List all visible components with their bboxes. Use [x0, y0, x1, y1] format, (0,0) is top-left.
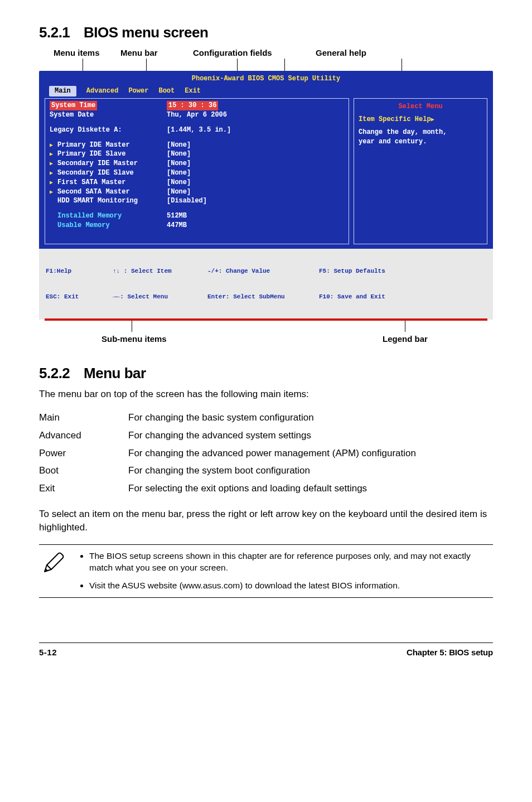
- submenu-icon: ▶: [50, 160, 55, 168]
- arrows-leftright-icon: →←: [113, 293, 120, 300]
- bios-left-pane: System Time 15 : 30 : 36 System Date Thu…: [45, 98, 349, 244]
- page-number: 5-12: [39, 646, 57, 658]
- menubar-items-table: MainFor changing the basic system config…: [39, 409, 493, 497]
- note-list: The BIOS setup screens shown in this cha…: [77, 550, 491, 592]
- bios-umem-label: Usable Memory: [50, 221, 167, 230]
- bios-system-date-label[interactable]: System Date: [50, 110, 167, 120]
- item-main-v: For changing the basic system configurat…: [128, 409, 493, 427]
- bios-hdd-label[interactable]: HDD SMART Monitoring: [50, 196, 167, 206]
- bios-footer-f1: F1:Help: [46, 267, 113, 276]
- bios-tabs: Main Advanced Power Boot Exit: [39, 86, 493, 96]
- bios-footer: F1:Help ESC: Exit ↑↓ : Select Item →←: S…: [39, 249, 493, 320]
- note-2: Visit the ASUS website (www.asus.com) to…: [89, 580, 491, 592]
- bios-item-specific-help: Item Specific Help▶: [359, 115, 482, 124]
- section-title-521: BIOS menu screen: [84, 24, 208, 41]
- diagram-top-ticks: [39, 59, 493, 71]
- item-main-k: Main: [39, 409, 128, 427]
- bios-system-time-value[interactable]: 15 : 30 : 36: [167, 101, 218, 110]
- bios-tab-power[interactable]: Power: [128, 86, 148, 96]
- bios-footer-esc: ESC: Exit: [46, 293, 113, 301]
- bios-sis-value: [None]: [167, 168, 191, 178]
- bios-sis-label[interactable]: Secondary IDE Slave: [57, 169, 134, 177]
- chapter-title: Chapter 5: BIOS setup: [407, 646, 493, 658]
- bios-system-time-label[interactable]: System Time: [50, 101, 97, 110]
- bios-pis-label[interactable]: Primary IDE Slave: [57, 150, 125, 158]
- arrows-updown-icon: ↑↓: [113, 268, 120, 274]
- bios-sim-label[interactable]: Secondary IDE Master: [57, 160, 138, 167]
- label-menu-items: Menu items: [54, 47, 120, 59]
- pencil-note-icon: [41, 550, 66, 575]
- note-1: The BIOS setup screens shown in this cha…: [89, 550, 491, 574]
- label-menu-bar: Menu bar: [120, 47, 193, 59]
- bios-fsm-value: [None]: [167, 178, 191, 187]
- item-exit-v: For selecting the exit options and loadi…: [128, 480, 493, 497]
- section-heading-522: 5.2.2 Menu bar: [39, 363, 493, 383]
- bios-footer-select-menu: : Select Menu: [120, 293, 168, 300]
- bios-legacy-label[interactable]: Legacy Diskette A:: [50, 125, 167, 135]
- bios-footer-enter-submenu: Enter: Select SubMenu: [207, 293, 319, 301]
- bios-fsm-label[interactable]: First SATA Master: [57, 178, 125, 186]
- bios-footer-f5: F5: Setup Defaults: [319, 267, 385, 276]
- bios-tab-exit[interactable]: Exit: [185, 86, 201, 96]
- item-power-v: For changing the advanced power manageme…: [128, 445, 493, 462]
- bios-tab-advanced[interactable]: Advanced: [86, 86, 119, 96]
- triangle-icon: ▶: [431, 117, 434, 123]
- item-boot-k: Boot: [39, 462, 128, 480]
- bios-system-date-value: Thu, Apr 6 2006: [167, 110, 227, 120]
- section-number-522: 5.2.2: [39, 363, 70, 383]
- bios-right-pane: Select Menu Item Specific Help▶ Change t…: [354, 98, 487, 244]
- section-title-522: Menu bar: [84, 365, 146, 381]
- label-legend-bar: Legend bar: [383, 333, 428, 345]
- bios-footer-f10: F10: Save and Exit: [319, 293, 385, 301]
- bios-titlebar: Phoenix-Award BIOS CMOS Setup Utility: [39, 73, 493, 86]
- bios-pis-value: [None]: [167, 149, 191, 159]
- bios-help-text-2: year and century.: [359, 137, 482, 147]
- bios-ssm-value: [None]: [167, 187, 191, 197]
- menubar-outro: To select an item on the menu bar, press…: [39, 508, 493, 534]
- item-advanced-k: Advanced: [39, 427, 128, 445]
- bios-tab-main[interactable]: Main: [49, 86, 76, 96]
- item-power-k: Power: [39, 445, 128, 462]
- label-general-help: General help: [316, 47, 427, 59]
- bios-imem-label: Installed Memory: [50, 211, 167, 221]
- submenu-icon: ▶: [50, 179, 55, 187]
- bios-tab-boot[interactable]: Boot: [158, 86, 175, 96]
- bios-ssm-label[interactable]: Second SATA Master: [57, 188, 130, 196]
- bios-footer-change-value: -/+: Change Value: [207, 267, 319, 276]
- note-box: The BIOS setup screens shown in this cha…: [39, 544, 493, 598]
- bios-hdd-value[interactable]: [Disabled]: [167, 196, 207, 206]
- page-footer: 5-12 Chapter 5: BIOS setup: [39, 642, 493, 658]
- label-config-fields: Configuration fields: [193, 47, 316, 59]
- bios-pim-value: [None]: [167, 141, 191, 150]
- section-number-521: 5.2.1: [39, 22, 70, 42]
- submenu-icon: ▶: [50, 189, 55, 196]
- bios-imem-value: 512MB: [167, 211, 187, 221]
- bios-screen: Phoenix-Award BIOS CMOS Setup Utility Ma…: [39, 71, 493, 319]
- section-heading-521: 5.2.1 BIOS menu screen: [39, 22, 493, 42]
- submenu-icon: ▶: [50, 170, 55, 177]
- bios-help-text-1: Change the day, month,: [359, 128, 482, 137]
- label-submenu-items: Sub-menu items: [101, 333, 167, 345]
- item-boot-v: For changing the system boot configurati…: [128, 462, 493, 480]
- bios-right-title: Select Menu: [359, 102, 482, 112]
- bios-pim-label[interactable]: Primary IDE Master: [57, 141, 130, 149]
- submenu-icon: ▶: [50, 151, 55, 158]
- diagram-bottom-labels: Sub-menu items Legend bar: [39, 321, 493, 343]
- item-advanced-v: For changing the advanced system setting…: [128, 427, 493, 445]
- menubar-intro: The menu bar on top of the screen has th…: [39, 388, 493, 401]
- bios-legacy-value[interactable]: [1.44M, 3.5 in.]: [167, 125, 231, 135]
- submenu-icon: ▶: [50, 142, 55, 149]
- diagram-top-labels: Menu items Menu bar Configuration fields…: [39, 47, 493, 59]
- bios-sim-value: [None]: [167, 159, 191, 168]
- bios-footer-select-item: : Select Item: [124, 268, 172, 274]
- item-exit-k: Exit: [39, 480, 128, 497]
- bios-umem-value: 447MB: [167, 221, 187, 230]
